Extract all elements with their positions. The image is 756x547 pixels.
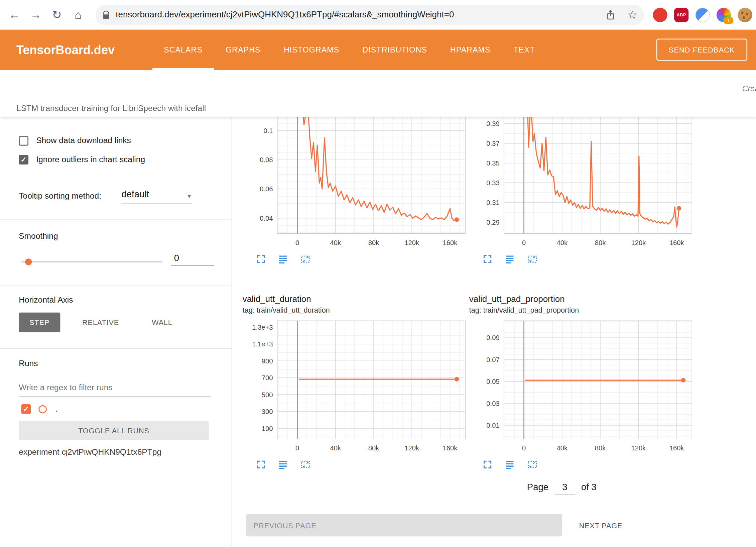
previous-page-button[interactable]: PREVIOUS PAGE <box>246 514 562 536</box>
url-text[interactable]: tensorboard.dev/experiment/cj2vtPiwQHKN9… <box>116 10 594 20</box>
svg-text:0.33: 0.33 <box>486 179 499 187</box>
svg-text:80k: 80k <box>368 239 379 246</box>
chart-card: tag: train/valid_pruned_loss 0.040.060.0… <box>243 117 469 264</box>
svg-text:80k: 80k <box>368 444 379 452</box>
main-area: Show data download links ✓ Ignore outlie… <box>0 117 756 547</box>
svg-text:0.39: 0.39 <box>486 120 499 127</box>
line-chart[interactable]: 0.290.310.330.350.370.39040k80k120k160k <box>469 117 695 250</box>
expand-chart-button[interactable] <box>256 254 266 264</box>
browser-toolbar: ← → ↻ ⌂ tensorboard.dev/experiment/cj2vt… <box>0 0 756 30</box>
bookmark-star-icon[interactable]: ☆ <box>627 8 637 21</box>
list-icon <box>505 460 515 469</box>
line-chart[interactable]: 0.040.060.080.1040k80k120k160k <box>243 117 468 250</box>
svg-text:120k: 120k <box>631 239 646 246</box>
chart-title: valid_utt_pad_proportion <box>469 294 696 306</box>
runs-menu-button[interactable] <box>278 460 288 469</box>
line-chart[interactable]: 1003005007009001.1e+31.3e+3040k80k120k16… <box>243 319 468 456</box>
svg-text:1.1e+3: 1.1e+3 <box>252 340 273 348</box>
runs-filter-input[interactable] <box>19 381 211 397</box>
show-download-checkbox[interactable] <box>19 136 28 146</box>
svg-text:0.1: 0.1 <box>263 127 273 134</box>
pagination: Page of 3 <box>527 481 597 495</box>
url-bar[interactable]: tensorboard.dev/experiment/cj2vtPiwQHKN9… <box>96 5 644 25</box>
chevron-down-icon: ▾ <box>187 192 191 200</box>
expand-icon <box>483 254 492 264</box>
tab-hparams[interactable]: HPARAMS <box>438 30 502 70</box>
tab-graphs[interactable]: GRAPHS <box>214 30 272 70</box>
back-icon[interactable]: ← <box>4 8 25 21</box>
list-icon <box>278 254 288 264</box>
ignore-outliers-checkbox[interactable]: ✓ <box>19 155 28 165</box>
svg-text:160k: 160k <box>669 239 684 246</box>
tooltip-sorting-dropdown[interactable]: default ▾ <box>122 189 192 204</box>
share-icon[interactable] <box>606 9 616 20</box>
toggle-all-runs-button[interactable]: TOGGLE ALL RUNS <box>19 421 209 440</box>
chart-toolbar <box>256 254 469 264</box>
fit-domain-button[interactable] <box>300 460 311 469</box>
fit-icon <box>300 254 311 264</box>
send-feedback-button[interactable]: SEND FEEDBACK <box>656 38 747 61</box>
list-icon <box>278 460 288 469</box>
abp-icon[interactable]: ABP <box>674 7 688 22</box>
smoothing-slider-thumb[interactable] <box>25 258 32 265</box>
svg-text:700: 700 <box>262 374 273 381</box>
svg-text:0: 0 <box>522 444 526 452</box>
ignore-outliers-label: Ignore outliers in chart scaling <box>36 155 145 165</box>
tab-distributions[interactable]: DISTRIBUTIONS <box>351 30 439 70</box>
svg-text:0.06: 0.06 <box>260 185 273 193</box>
created-text: Crea <box>742 84 756 93</box>
chart-toolbar <box>483 254 696 264</box>
line-chart[interactable]: 0.010.030.050.070.09040k80k120k160k <box>469 319 695 456</box>
axis-relative-button[interactable]: RELATIVE <box>72 313 129 332</box>
expand-chart-button[interactable] <box>483 460 492 469</box>
brand-logo[interactable]: TensorBoard.dev <box>16 43 115 57</box>
show-download-row: Show data download links <box>19 136 131 146</box>
smoothing-slider[interactable] <box>21 261 162 262</box>
cookie-icon[interactable] <box>738 7 752 22</box>
tab-histograms[interactable]: HISTOGRAMS <box>272 30 351 70</box>
svg-text:0.03: 0.03 <box>486 400 499 407</box>
svg-text:80k: 80k <box>595 444 606 452</box>
fit-domain-button[interactable] <box>527 460 538 469</box>
profile-icon[interactable]: 1 <box>717 7 731 22</box>
page: ← → ↻ ⌂ tensorboard.dev/experiment/cj2vt… <box>0 0 756 547</box>
runs-menu-button[interactable] <box>505 254 515 264</box>
tab-text[interactable]: TEXT <box>502 30 546 70</box>
settings-sidebar: Show data download links ✓ Ignore outlie… <box>0 117 232 547</box>
expand-icon <box>256 254 266 264</box>
adblock-icon[interactable] <box>653 7 667 22</box>
svg-text:80k: 80k <box>595 239 606 246</box>
next-page-button[interactable]: NEXT PAGE <box>572 514 629 536</box>
page-label: Page <box>527 482 548 493</box>
expand-icon <box>483 460 492 469</box>
expand-chart-button[interactable] <box>483 254 492 264</box>
extension-icon[interactable] <box>695 7 710 22</box>
run-checkbox[interactable]: ✓ <box>21 404 31 414</box>
svg-text:0.09: 0.09 <box>486 334 499 341</box>
forward-icon[interactable]: → <box>25 8 46 21</box>
runs-menu-button[interactable] <box>278 254 288 264</box>
runs-menu-button[interactable] <box>505 460 515 469</box>
app-header: TensorBoard.dev SCALARS GRAPHS HISTOGRAM… <box>0 30 756 70</box>
svg-text:160k: 160k <box>443 444 458 452</box>
page-of-label: of 3 <box>581 482 597 493</box>
experiment-id: experiment cj2vtPiwQHKN9Q1tx6PTpg <box>19 448 161 457</box>
svg-text:900: 900 <box>262 357 273 365</box>
expand-chart-button[interactable] <box>256 460 266 469</box>
svg-text:0: 0 <box>295 239 299 246</box>
fit-domain-button[interactable] <box>527 254 538 264</box>
list-icon <box>505 254 515 264</box>
page-number-input[interactable] <box>554 481 575 495</box>
tab-scalars[interactable]: SCALARS <box>152 30 214 70</box>
svg-text:0: 0 <box>522 239 526 246</box>
refresh-icon[interactable]: ↻ <box>46 8 67 21</box>
fit-domain-button[interactable] <box>300 254 311 264</box>
axis-step-button[interactable]: STEP <box>19 313 60 332</box>
profile-badge: 1 <box>723 17 733 24</box>
svg-text:0: 0 <box>295 444 299 452</box>
expand-icon <box>256 460 266 469</box>
home-icon[interactable]: ⌂ <box>68 8 89 21</box>
smoothing-value-input[interactable] <box>171 252 214 266</box>
ignore-outliers-row: ✓ Ignore outliers in chart scaling <box>19 155 145 165</box>
axis-wall-button[interactable]: WALL <box>141 313 183 332</box>
